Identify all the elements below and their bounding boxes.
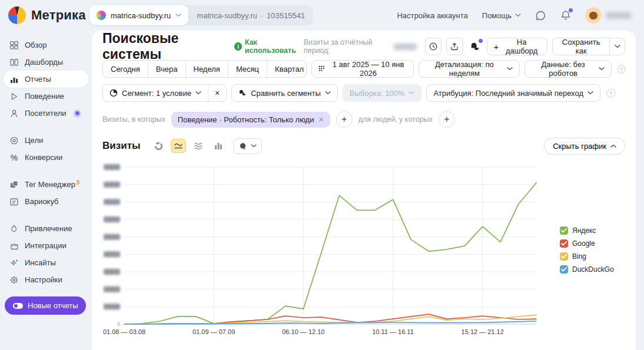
- counter-selector[interactable]: matrica-sudbyy.ru: [89, 5, 188, 25]
- save-as-button[interactable]: Сохранить как: [552, 38, 610, 55]
- legend-label: Яндекс: [572, 226, 596, 235]
- chart-type-line-button[interactable]: [171, 139, 186, 153]
- hide-chart-button[interactable]: Скрыть график: [544, 138, 625, 155]
- chip-label: Поведение · Роботность: Только люди: [178, 115, 314, 124]
- history-button[interactable]: [425, 38, 441, 55]
- notifications-button[interactable]: [560, 10, 571, 21]
- counter-details[interactable]: matrica-sudbyy.ru · 103515541: [188, 11, 313, 20]
- sampling-dropdown[interactable]: Выборка: 100%: [343, 84, 422, 102]
- how-to-use-link[interactable]: i Как использовать: [234, 38, 303, 55]
- sidebar-item-integrations[interactable]: Интеграции: [4, 237, 88, 254]
- top-bar: Метрика matrica-sudbyy.ru matrica-sudbyy…: [0, 0, 644, 31]
- range-today[interactable]: Сегодня: [103, 61, 148, 77]
- save-as-dropdown-button[interactable]: [610, 38, 625, 55]
- add-visit-condition-button[interactable]: +: [336, 111, 353, 128]
- close-icon[interactable]: ×: [318, 115, 323, 124]
- top-right-menu: Настройка аккаунта Помощь: [397, 7, 644, 24]
- appmetrica-dot: [479, 39, 483, 43]
- sidebar-item-acquisition[interactable]: Привлечение: [4, 220, 88, 237]
- line-chart[interactable]: 001.08 — 03.0801.09 — 07.0906.10 — 12.10…: [92, 162, 557, 343]
- sidebar-item-label: Инсайты: [25, 258, 56, 267]
- segment-label: Сегмент: 1 условие: [122, 89, 191, 98]
- user-menu[interactable]: [585, 7, 631, 24]
- brand[interactable]: Метрика: [0, 6, 89, 24]
- help-menu[interactable]: Помощь: [482, 11, 521, 20]
- date-range-button[interactable]: 1 авг 2025 — 10 янв 2026: [311, 60, 414, 78]
- segment-control: Сегмент: 1 условие ×: [102, 84, 227, 102]
- chevron-down-icon: [615, 45, 620, 48]
- sidebar-item-insights[interactable]: Инсайты: [4, 254, 88, 271]
- appmetrica-button[interactable]: [469, 41, 481, 52]
- chevron-down-icon: [507, 67, 513, 71]
- clock-icon: [429, 42, 438, 51]
- segment-dropdown[interactable]: Сегмент: 1 условие: [103, 85, 208, 101]
- sidebar-item-visitors[interactable]: Посетители: [4, 105, 88, 122]
- export-button[interactable]: [446, 38, 463, 55]
- gear-icon: [9, 275, 19, 285]
- plus-icon: +: [494, 42, 499, 52]
- svg-text:15.12 — 21.12: 15.12 — 21.12: [462, 328, 504, 335]
- sidebar-item-overview[interactable]: Обзор: [4, 36, 88, 54]
- sidebar-item-conversions[interactable]: % Конверсии: [4, 149, 88, 166]
- beta-badge: β: [77, 179, 79, 185]
- visits-period-value-redacted: [394, 44, 417, 50]
- legend-item-bing[interactable]: Bing: [560, 252, 614, 261]
- title-actions: Визиты за отчётный период: + На дашборд …: [304, 38, 625, 55]
- tag-manager-icon: [9, 180, 19, 189]
- sidebar-item-label: Конверсии: [25, 153, 62, 162]
- grid-icon: [9, 41, 19, 50]
- legend-item-yandex[interactable]: Яндекс: [560, 226, 614, 235]
- add-to-dashboard-button[interactable]: + На дашборд: [487, 38, 547, 55]
- sidebar-item-dashboards[interactable]: Дашборды: [4, 54, 88, 71]
- target-icon: [9, 136, 19, 145]
- compare-segments-dropdown[interactable]: Сравнить сегменты: [231, 84, 338, 102]
- new-reports-button[interactable]: Новые отчеты: [5, 296, 86, 315]
- comments-dropdown[interactable]: [233, 138, 262, 154]
- legend-item-duckduckgo[interactable]: DuckDuckGo: [560, 265, 614, 274]
- dashboards-icon: [9, 58, 19, 67]
- help-circle-icon[interactable]: ?: [618, 65, 625, 74]
- account-settings-link[interactable]: Настройка аккаунта: [397, 11, 467, 20]
- data-mode-dropdown[interactable]: Данные: без роботов: [525, 60, 611, 78]
- percent-icon: %: [9, 153, 19, 162]
- quick-range-group: Сегодня Вчера Неделя Месяц Квартал Год: [102, 60, 307, 78]
- detalization-dropdown[interactable]: Детализация: по неделям: [419, 60, 520, 78]
- range-month[interactable]: Месяц: [228, 61, 267, 77]
- sidebar-item-variocube[interactable]: Вариокуб: [4, 193, 88, 210]
- sampling-label: Выборка: 100%: [350, 89, 405, 98]
- chevron-up-icon: [610, 144, 616, 148]
- date-range-label: 1 авг 2025 — 10 янв 2026: [330, 60, 407, 78]
- new-reports-label: Новые отчеты: [28, 301, 78, 310]
- range-week[interactable]: Неделя: [185, 61, 228, 77]
- checkbox-checked-icon: [560, 252, 568, 261]
- range-quarter[interactable]: Квартал: [267, 61, 307, 77]
- legend-item-google[interactable]: Google: [560, 239, 614, 248]
- hide-chart-label: Скрыть график: [553, 142, 606, 151]
- sidebar-item-tag-manager[interactable]: Тег Менеджерβ: [4, 176, 88, 193]
- sidebar-item-reports[interactable]: Отчеты: [4, 71, 88, 88]
- add-people-condition-button[interactable]: +: [439, 111, 455, 128]
- range-yesterday[interactable]: Вчера: [148, 61, 185, 77]
- sidebar-item-label: Поведение: [25, 92, 64, 101]
- chart-type-areas-button[interactable]: [191, 139, 206, 153]
- visits-in-which-label: Визиты, в которых: [102, 115, 165, 124]
- checkbox-checked-icon: [560, 226, 568, 235]
- sidebar-item-label: Дашборды: [25, 58, 63, 66]
- chart-type-columns-button[interactable]: [211, 139, 226, 153]
- segment-clear-button[interactable]: ×: [208, 85, 226, 101]
- chat-button[interactable]: [535, 10, 546, 21]
- chevron-down-icon: [325, 91, 331, 95]
- data-mode-label: Данные: без роботов: [532, 60, 594, 78]
- legend-label: DuckDuckGo: [572, 265, 614, 274]
- sidebar-item-behavior[interactable]: Поведение: [4, 88, 88, 105]
- svg-text:10.11 — 16.11: 10.11 — 16.11: [372, 328, 414, 335]
- chart-type-donut-button[interactable]: [151, 139, 166, 153]
- sidebar-item-goals[interactable]: Цели: [4, 132, 88, 149]
- metrica-logo-icon: [8, 6, 26, 24]
- sidebar-item-settings[interactable]: Настройки: [4, 271, 88, 288]
- attribution-dropdown[interactable]: Атрибуция: Последний значимый переход: [426, 84, 600, 102]
- behavior-filter-chip[interactable]: Поведение · Роботность: Только люди ×: [171, 112, 330, 128]
- puzzle-icon: [9, 241, 19, 251]
- help-circle-icon[interactable]: ?: [606, 89, 615, 98]
- sidebar-item-label: Вариокуб: [25, 197, 59, 206]
